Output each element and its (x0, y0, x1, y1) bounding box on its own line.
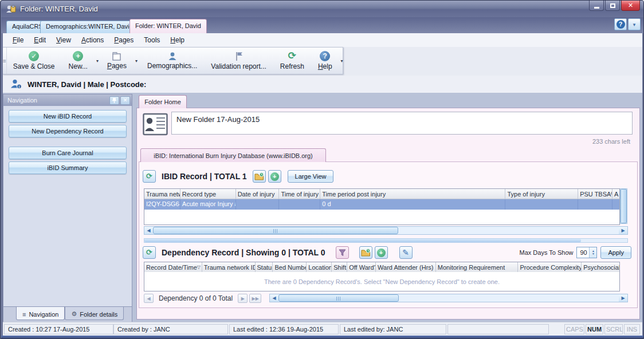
cell-trauma-network: I2QY-DSG6-I: (144, 199, 180, 210)
ibid-grid-row[interactable]: I2QY-DSG6-I: Acute major Injury a 0 d (144, 199, 619, 210)
panel-horizontal-scrollbar[interactable] (144, 238, 628, 243)
scroll-left-arrow[interactable]: ◀ (270, 294, 278, 302)
scrollbar-thumb[interactable] (621, 189, 627, 223)
menu-actions[interactable]: Actions (76, 34, 109, 46)
demographics-button[interactable]: Demographics... (141, 48, 203, 74)
scroll-right-arrow[interactable]: ▶ (619, 294, 627, 302)
cell-date-of-injury (236, 199, 280, 210)
help-dropdown-arrow[interactable]: ▾ (339, 58, 345, 64)
refresh-button[interactable]: ⟳ Refresh (274, 48, 311, 74)
menu-help[interactable]: Help (165, 34, 190, 46)
maximize-button[interactable] (605, 1, 620, 11)
pages-dropdown-arrow[interactable]: ▾ (133, 58, 140, 64)
column-header[interactable]: Record Date/Time ▽ (144, 262, 202, 273)
last-page-icon: ▶▶ (252, 296, 259, 301)
column-header[interactable]: Type of injury (505, 189, 578, 199)
hamburger-icon: ≡ (22, 311, 26, 318)
new-dropdown-arrow[interactable]: ▾ (94, 58, 101, 64)
close-panel-button[interactable]: ✕ (120, 96, 130, 105)
cell-record-type: Acute major Injury a (180, 199, 236, 210)
pager-next-button[interactable]: ▶ (238, 294, 248, 303)
minimize-button[interactable] (589, 1, 604, 11)
refresh-icon: ⟳ (288, 51, 296, 61)
close-button[interactable]: ✕ (621, 1, 640, 11)
scrollbar-thumb[interactable] (278, 294, 399, 302)
dependency-add-button[interactable]: + (375, 246, 388, 259)
help-dropdown-button[interactable]: ▾ (628, 18, 641, 30)
column-header[interactable]: Bed Number (273, 262, 307, 273)
max-days-spinner[interactable]: 90 ▲▼ (576, 247, 597, 258)
ibid-refresh-button[interactable]: ⟳ (143, 170, 156, 183)
dependency-refresh-button[interactable]: ⟳ (143, 246, 156, 259)
dependency-history-button[interactable] (359, 246, 372, 259)
new-dependency-record-button[interactable]: New Dependency Record (9, 125, 127, 137)
menu-pages[interactable]: Pages (109, 34, 139, 46)
tab-demographics[interactable]: Demographics:WINTER, David (40, 21, 139, 33)
folder-name-input[interactable] (171, 112, 633, 135)
plus-icon: + (377, 249, 386, 257)
column-header[interactable]: Shift (332, 262, 347, 273)
menu-tools[interactable]: Tools (139, 34, 165, 46)
column-header[interactable]: Time period post injury (320, 189, 505, 199)
column-header[interactable]: Date of injury (236, 189, 280, 199)
status-empty-cell (447, 324, 549, 334)
column-header[interactable]: A (612, 189, 619, 199)
tab-folder-details[interactable]: ⚙ Folder details (65, 307, 124, 320)
scrollbar-thumb[interactable] (144, 239, 581, 242)
save-close-button[interactable]: ✓ Save & Close (7, 48, 61, 74)
column-header[interactable]: Procedure Complexity (518, 262, 582, 273)
main-area: Folder Home 233 chars left iBID (134, 93, 642, 322)
validation-report-button[interactable]: Validation report... (205, 48, 273, 74)
tab-folder-home[interactable]: Folder Home (139, 95, 187, 108)
scrollbar-thumb[interactable] (153, 227, 398, 234)
status-scrl: SCRL (604, 324, 623, 334)
menu-file[interactable]: File (7, 34, 29, 46)
spin-down-icon[interactable]: ▼ (592, 253, 595, 255)
filter-button[interactable] (336, 246, 349, 259)
tab-folder[interactable]: Folder: WINTER, David (129, 19, 207, 33)
column-header[interactable]: Psychosocial S (582, 262, 619, 273)
spinner-arrows[interactable]: ▲▼ (589, 247, 596, 258)
sidebar-bottom-tabs: ≡ Navigation ⚙ Folder details (3, 307, 132, 322)
toolbar-grip[interactable]: ≡ (3, 48, 7, 74)
dependency-empty-message: There are 0 Dependency Record's. Select … (144, 272, 620, 291)
ibid-summary-button[interactable]: iBID Summary (9, 161, 127, 174)
ibid-vertical-scrollbar[interactable] (620, 188, 627, 224)
column-header[interactable]: Trauma netw (144, 189, 180, 199)
column-header[interactable]: PSU TBSA% (578, 189, 612, 199)
column-header[interactable]: Trauma network ID (202, 262, 256, 273)
help-button-top[interactable]: ? (614, 18, 627, 30)
column-header[interactable]: Off Ward? (347, 262, 376, 273)
apply-button[interactable]: Apply (600, 246, 631, 259)
column-header[interactable]: Status (256, 262, 273, 273)
tab-ibid-database[interactable]: iBID: International Burn Injury Database… (140, 148, 326, 162)
new-ibid-record-button[interactable]: New iBID Record (9, 110, 127, 123)
ibid-horizontal-scrollbar[interactable]: ◀ ▶ (144, 226, 628, 235)
help-button[interactable]: ? Help (312, 48, 339, 74)
edit-button[interactable]: ✎ (399, 246, 413, 259)
check-icon: ✓ (29, 51, 39, 61)
pager-last-button[interactable]: ▶▶ (249, 294, 261, 303)
dependency-horizontal-scrollbar[interactable]: ◀ ▶ (269, 294, 628, 302)
pin-button[interactable] (109, 96, 119, 105)
menu-view[interactable]: View (51, 34, 76, 46)
help-icon: ? (616, 20, 625, 29)
menu-edit[interactable]: Edit (29, 34, 51, 46)
ibid-add-button[interactable]: + (268, 170, 281, 183)
pages-button[interactable]: Pages (101, 48, 133, 74)
pager-prev-button[interactable]: ◀ (144, 294, 154, 303)
column-header[interactable]: Monitoring Requirement (436, 262, 519, 273)
dependency-grid-header: Record Date/Time ▽ Trauma network ID Sta… (144, 262, 619, 273)
ibid-history-button[interactable] (253, 170, 266, 183)
person-icon (168, 52, 177, 61)
burn-care-journal-button[interactable]: Burn Care Journal (9, 147, 127, 159)
column-header[interactable]: Location (307, 262, 332, 273)
column-header[interactable]: Record type (180, 189, 236, 199)
column-header[interactable]: Time of injury (279, 189, 320, 199)
tab-navigation[interactable]: ≡ Navigation (16, 307, 65, 320)
new-button[interactable]: + New... (62, 48, 94, 74)
scroll-left-arrow[interactable]: ◀ (144, 227, 153, 234)
large-view-button[interactable]: Large View (288, 170, 334, 183)
scroll-right-arrow[interactable]: ▶ (619, 227, 627, 234)
column-header[interactable]: Ward Attender (Hrs) (376, 262, 436, 273)
